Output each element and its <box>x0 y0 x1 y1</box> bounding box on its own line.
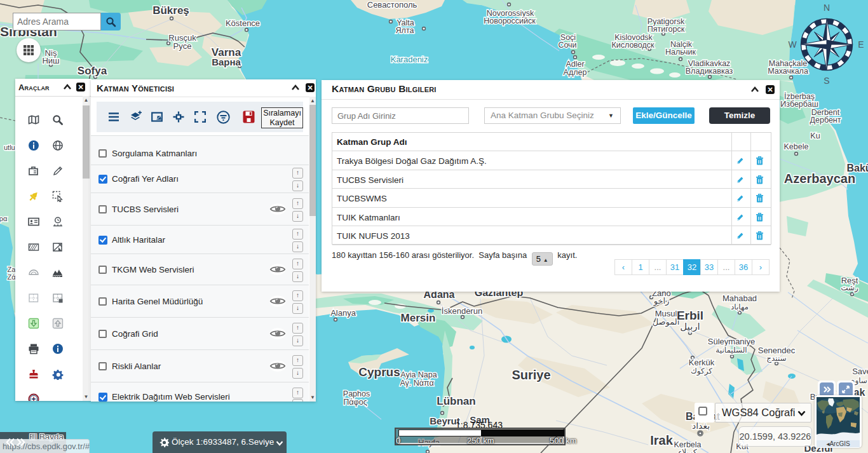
svg-text:Севастополь: Севастополь <box>367 0 417 10</box>
svg-text:مهاباد: مهاباد <box>731 302 749 311</box>
svg-text:Kerkük: Kerkük <box>689 358 715 367</box>
svg-text:Cyprus: Cyprus <box>358 365 400 379</box>
svg-text:Kebele: Kebele <box>784 142 809 151</box>
svg-text:ρα: ρα <box>0 215 8 222</box>
svg-text:Bükreş: Bükreş <box>153 4 189 17</box>
svg-text:Ayia Napa: Ayia Napa <box>400 370 437 379</box>
svg-text:Адлер: Адлер <box>564 68 587 77</box>
svg-text:Bakü: Bakü <box>846 163 868 173</box>
svg-text:Дербент: Дербент <box>810 116 841 125</box>
svg-text:W: W <box>788 39 797 50</box>
svg-text:Кисловодск: Кисловодск <box>611 41 654 50</box>
svg-text:İskenderun: İskenderun <box>442 306 482 316</box>
svg-text:Adler: Adler <box>566 60 584 69</box>
svg-text:السليمانية: السليمانية <box>715 346 747 355</box>
svg-text:Варна: Варна <box>212 57 241 67</box>
svg-text:كربلاء: كربلاء <box>678 448 697 453</box>
svg-text:Köstence: Köstence <box>226 18 260 28</box>
svg-text:Alanya: Alanya <box>330 308 356 318</box>
svg-text:Mersin: Mersin <box>401 312 436 324</box>
svg-text:رشت: رشت <box>841 283 858 293</box>
svg-text:Αγ. Νάπα: Αγ. Νάπα <box>400 379 433 388</box>
svg-text:Ниш: Ниш <box>42 56 59 65</box>
svg-text:E: E <box>858 39 864 50</box>
svg-text:Erbil: Erbil <box>677 309 703 322</box>
svg-text:N: N <box>824 3 830 13</box>
svg-text:Избербаш: Избербаш <box>780 100 818 109</box>
svg-text:Сочи: Сочи <box>558 41 576 50</box>
svg-text:Sofya: Sofya <box>78 65 107 77</box>
svg-text:اربيل: اربيل <box>680 321 700 332</box>
svg-text:الموصل: الموصل <box>653 317 680 327</box>
svg-text:Владикавказ: Владикавказ <box>686 67 733 76</box>
svg-text:Махачкала: Махачкала <box>768 67 808 76</box>
svg-text:Ku: Ku <box>810 132 820 140</box>
svg-text:Azerbaycan: Azerbaycan <box>784 172 855 186</box>
svg-text:Ялта: Ялта <box>396 26 414 35</box>
svg-text:Süleymaniye: Süleymaniye <box>708 337 755 346</box>
svg-text:Новороссийск: Новороссийск <box>484 17 536 25</box>
svg-text:كركوك: كركوك <box>691 367 712 376</box>
svg-text:Pyce: Pyce <box>173 41 192 51</box>
svg-text:utlu: utlu <box>4 144 15 151</box>
svg-text:Пятигорск: Пятигорск <box>648 25 685 34</box>
svg-text:Paphos: Paphos <box>343 389 370 398</box>
svg-text:Karadeniz: Karadeniz <box>391 55 428 64</box>
svg-text:Нальчик: Нальчик <box>665 48 696 57</box>
svg-text:S: S <box>824 76 829 86</box>
svg-text:Mahabad: Mahabad <box>722 294 757 303</box>
svg-text:Save: Save <box>852 367 868 376</box>
svg-text:Suriye: Suriye <box>512 368 550 382</box>
svg-text:Lübnan: Lübnan <box>437 395 475 407</box>
svg-text:سنندج: سنندج <box>766 354 786 363</box>
svg-text:Irak: Irak <box>650 433 673 447</box>
svg-text:زاخو: زاخو <box>653 296 670 306</box>
svg-text:Πάφος: Πάφος <box>343 398 367 407</box>
